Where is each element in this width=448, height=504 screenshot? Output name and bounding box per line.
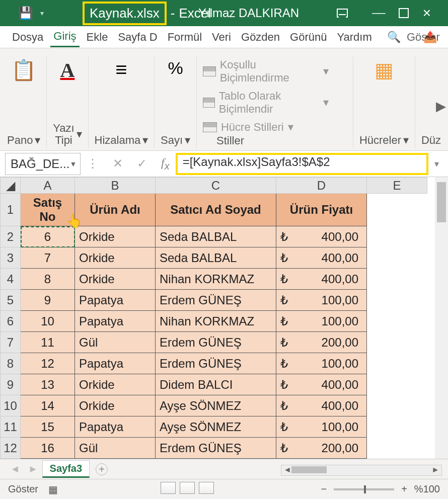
formula-expand-icon[interactable]: ▾: [434, 158, 443, 170]
macro-record-icon[interactable]: ▦: [48, 483, 58, 495]
cell[interactable]: [367, 311, 427, 332]
col-header-d[interactable]: D: [276, 178, 367, 194]
percent-icon[interactable]: %: [168, 58, 183, 78]
cell[interactable]: 15: [21, 416, 75, 438]
cell[interactable]: 13: [21, 374, 75, 395]
cell[interactable]: Papatya: [75, 290, 156, 311]
row-header[interactable]: 3: [1, 247, 21, 269]
cell[interactable]: [367, 247, 427, 269]
row-header[interactable]: 10: [1, 395, 21, 416]
tab-file[interactable]: Dosya: [9, 28, 46, 47]
col-header-b[interactable]: B: [75, 178, 156, 194]
row-header[interactable]: 9: [1, 374, 21, 395]
cell[interactable]: Orkide: [75, 269, 156, 290]
cell[interactable]: [367, 438, 427, 459]
chevron-down-icon[interactable]: ▾: [35, 134, 40, 146]
formula-input[interactable]: =[Kaynak.xlsx]Sayfa3!$A$2: [176, 153, 428, 175]
sheet-tab[interactable]: Sayfa3: [42, 460, 90, 478]
cell[interactable]: 12: [21, 353, 75, 374]
save-icon[interactable]: 💾: [18, 6, 33, 20]
tab-layout[interactable]: Sayfa D: [115, 28, 160, 47]
cell[interactable]: Erdem GÜNEŞ: [156, 353, 276, 374]
cell[interactable]: ₺400,00: [276, 374, 367, 395]
select-all-corner[interactable]: ◢: [1, 178, 21, 194]
cell[interactable]: [367, 194, 427, 226]
tab-home[interactable]: Giriş: [50, 27, 79, 47]
cell[interactable]: 8: [21, 269, 75, 290]
cell[interactable]: Seda BALBAL: [156, 226, 276, 247]
zoom-level[interactable]: %100: [414, 483, 440, 495]
cell[interactable]: Orkide: [75, 226, 156, 247]
cell[interactable]: Papatya: [75, 353, 156, 374]
paste-icon[interactable]: 📋: [11, 58, 36, 82]
cell[interactable]: Gül: [75, 438, 156, 459]
cell[interactable]: 14: [21, 395, 75, 416]
cell[interactable]: 6: [21, 226, 75, 247]
tab-review[interactable]: Gözden: [238, 28, 283, 47]
cell[interactable]: Erdem GÜNEŞ: [156, 438, 276, 459]
cell[interactable]: Satıcı Ad Soyad: [156, 194, 276, 226]
cell[interactable]: Papatya: [75, 416, 156, 438]
cell[interactable]: Nihan KORKMAZ: [156, 269, 276, 290]
cell[interactable]: 16: [21, 438, 75, 459]
row-header[interactable]: 11: [1, 416, 21, 438]
chevron-down-icon[interactable]: ▾: [77, 128, 82, 140]
cell[interactable]: Gül: [75, 332, 156, 353]
cell[interactable]: [367, 226, 427, 247]
cell[interactable]: Orkide: [75, 374, 156, 395]
cell[interactable]: Ürün Adı: [75, 194, 156, 226]
ribbon-overflow-icon[interactable]: ▶: [436, 99, 446, 114]
new-sheet-button[interactable]: +: [96, 463, 108, 475]
cell[interactable]: Ürün Fiyatı: [276, 194, 367, 226]
row-header[interactable]: 7: [1, 332, 21, 353]
zoom-out-button[interactable]: −: [321, 483, 327, 495]
cell[interactable]: ₺400,00: [276, 226, 367, 247]
cells-icon[interactable]: ▦: [375, 58, 394, 81]
cell[interactable]: [367, 290, 427, 311]
tab-view[interactable]: Görünü: [287, 28, 330, 47]
tab-data[interactable]: Veri: [209, 28, 234, 47]
conditional-formatting-button[interactable]: Koşullu Biçimlendirme ▾: [203, 58, 329, 85]
align-icon[interactable]: ≡: [115, 58, 127, 81]
cell-styles-button[interactable]: Hücre Stilleri ▾: [203, 121, 293, 134]
cell[interactable]: Seda BALBAL: [156, 247, 276, 269]
cell[interactable]: ₺100,00: [276, 311, 367, 332]
cell[interactable]: [367, 374, 427, 395]
view-buttons[interactable]: [161, 482, 218, 496]
share-icon[interactable]: 📤: [420, 28, 440, 47]
chevron-down-icon[interactable]: ▾: [142, 134, 148, 146]
format-as-table-button[interactable]: Tablo Olarak Biçimlendir ▾: [203, 90, 329, 116]
cell[interactable]: ₺400,00: [276, 247, 367, 269]
cell[interactable]: 7: [21, 247, 75, 269]
cell[interactable]: Papatya: [75, 311, 156, 332]
row-header[interactable]: 2: [1, 226, 21, 247]
accept-formula-button[interactable]: ✓: [137, 156, 147, 171]
cell[interactable]: ₺100,00: [276, 290, 367, 311]
cell[interactable]: [367, 269, 427, 290]
chevron-down-icon[interactable]: ▾: [403, 134, 409, 146]
zoom-in-button[interactable]: +: [401, 483, 407, 495]
row-header[interactable]: 8: [1, 353, 21, 374]
row-header[interactable]: 6: [1, 311, 21, 332]
name-box[interactable]: BAĞ_DE... ▼: [5, 153, 81, 175]
cancel-formula-button[interactable]: ✕: [113, 156, 123, 171]
cell[interactable]: Nihan KORKMAZ: [156, 311, 276, 332]
maximize-button[interactable]: [399, 8, 409, 18]
tab-insert[interactable]: Ekle: [84, 28, 111, 47]
sheet-nav-next[interactable]: ►: [24, 463, 42, 475]
col-header-c[interactable]: C: [156, 178, 276, 194]
vertical-scrollbar[interactable]: [435, 177, 448, 459]
cell[interactable]: 9: [21, 290, 75, 311]
horizontal-scrollbar[interactable]: ◄►: [281, 465, 442, 476]
user-name[interactable]: Yılmaz DALKIRAN: [198, 6, 299, 20]
cell[interactable]: [367, 416, 427, 438]
cell[interactable]: [367, 332, 427, 353]
cell[interactable]: Erdem GÜNEŞ: [156, 290, 276, 311]
cell[interactable]: 11: [21, 332, 75, 353]
cell[interactable]: Ayşe SÖNMEZ: [156, 416, 276, 438]
sheet-nav-prev[interactable]: ◄: [6, 463, 24, 475]
cell[interactable]: ₺400,00: [276, 269, 367, 290]
cell[interactable]: 10: [21, 311, 75, 332]
close-button[interactable]: ×: [423, 5, 431, 21]
cell[interactable]: ₺100,00: [276, 416, 367, 438]
